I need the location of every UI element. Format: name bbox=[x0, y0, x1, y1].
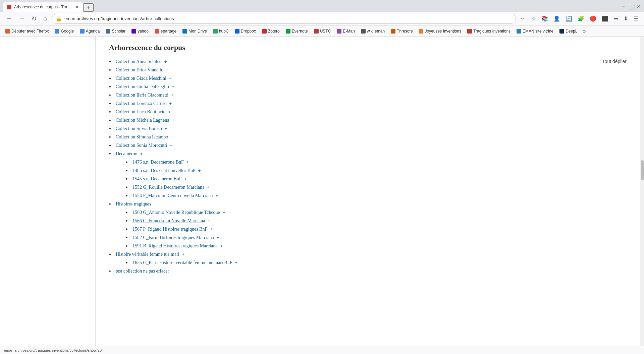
expand-icon[interactable]: + bbox=[235, 260, 237, 265]
addon-button[interactable]: 🧩 bbox=[576, 14, 586, 23]
collection-link[interactable]: 1591 B_Rigaud Histoires tragiques Marcia… bbox=[132, 243, 218, 248]
expand-icon[interactable]: + bbox=[172, 84, 174, 89]
collection-link[interactable]: test collection ne pas effacer bbox=[116, 269, 169, 274]
bookmarks-more-button[interactable]: » bbox=[581, 27, 588, 35]
home-button[interactable]: ⌂ bbox=[41, 14, 49, 23]
collection-link[interactable]: 1560 G_Antonio Novelle République Tchèqu… bbox=[132, 210, 220, 215]
collection-link[interactable]: 1566 C_Francescini Novelle Marciana bbox=[132, 218, 205, 223]
addon2-button[interactable]: 🔴 bbox=[588, 14, 598, 23]
bookmark-google[interactable]: Google bbox=[52, 28, 76, 35]
bookmark-epartage[interactable]: epartage bbox=[152, 28, 179, 35]
addon3-button[interactable]: ⬛ bbox=[600, 14, 610, 23]
bookmark-evernote[interactable]: Evernote bbox=[283, 28, 311, 35]
bookmark-thresors[interactable]: Thresors bbox=[388, 28, 415, 35]
scrollbar-thumb[interactable] bbox=[641, 160, 644, 180]
expand-icon[interactable]: + bbox=[184, 176, 187, 181]
collection-link[interactable]: Histoires tragiques bbox=[116, 201, 151, 206]
collection-link[interactable]: Collection Silvia Boraso bbox=[116, 126, 162, 131]
bookmark-tragiques[interactable]: Tragiques Inventions bbox=[465, 28, 513, 35]
bookmark-scholar[interactable]: Scholar bbox=[103, 28, 128, 35]
bookmark-dropbox[interactable]: Dropbox bbox=[232, 28, 259, 35]
collection-link[interactable]: Collection Giulia Dall'Oglio bbox=[116, 84, 169, 89]
expand-icon[interactable]: + bbox=[217, 235, 219, 240]
expand-icon[interactable]: + bbox=[154, 201, 156, 206]
close-button[interactable]: ✕ bbox=[636, 3, 641, 8]
collection-link[interactable]: 1552 G_Rouille Decameron Marciana bbox=[132, 185, 204, 190]
collection-link[interactable]: Collection Michela Lagnena bbox=[116, 118, 169, 123]
collection-link[interactable]: Collection Luca Bonifacio bbox=[116, 109, 166, 114]
sync-button[interactable]: 🔄 bbox=[564, 14, 574, 23]
bookmark-ustc[interactable]: USTC bbox=[311, 28, 334, 35]
bookmark-wiki[interactable]: wiki eman bbox=[358, 28, 387, 35]
expand-icon[interactable]: + bbox=[165, 126, 167, 131]
bookmark-label: Scholar bbox=[112, 29, 125, 34]
expand-icon[interactable]: + bbox=[170, 143, 172, 148]
bookmark-debuter[interactable]: Débuter avec Firefox bbox=[3, 28, 51, 35]
collection-link[interactable]: 1554 F_Marcolini Cento novella Marciana bbox=[132, 193, 213, 198]
addon4-button[interactable]: ➡ bbox=[612, 14, 620, 23]
expand-icon[interactable]: + bbox=[220, 243, 223, 248]
expand-icon[interactable]: + bbox=[215, 193, 218, 198]
address-bar[interactable]: 🔒 eman-archives.org/tragiques-inventions… bbox=[52, 14, 516, 24]
collection-link[interactable]: 1476 s.n. Decamerone BnF bbox=[132, 160, 184, 165]
collection-link[interactable]: Collection Erica Vianello bbox=[116, 67, 163, 72]
collection-link[interactable]: 1567 P_Rigaud Histoires tragiques BnF bbox=[132, 227, 207, 232]
expand-icon[interactable]: + bbox=[140, 151, 143, 156]
expand-icon[interactable]: + bbox=[166, 67, 169, 72]
expand-icon[interactable]: + bbox=[208, 218, 210, 223]
collection-link[interactable]: 1582 C_Farin Histoires tragiques Marcian… bbox=[132, 235, 214, 240]
active-tab[interactable]: Arborescence du corpus - Tragi... ✕ bbox=[3, 2, 83, 12]
expand-icon[interactable]: + bbox=[223, 210, 225, 215]
expand-icon[interactable]: + bbox=[168, 109, 171, 114]
bookmark-yahoo[interactable]: yahoo bbox=[129, 28, 151, 35]
downloads-button[interactable]: ⬇ bbox=[622, 14, 630, 23]
bookmark-agenda[interactable]: Agenda bbox=[77, 28, 102, 35]
bookmark-mondrive[interactable]: Mon Drive bbox=[180, 28, 210, 35]
expand-icon[interactable]: + bbox=[164, 59, 167, 64]
expand-icon[interactable]: + bbox=[207, 185, 210, 190]
bookmark-eman[interactable]: E-Man bbox=[334, 28, 357, 35]
bookmark-button[interactable]: ☆ bbox=[529, 14, 538, 23]
collection-link[interactable]: Collection Ilaria Giacometti bbox=[116, 93, 168, 98]
maximize-button[interactable]: ⬜ bbox=[629, 3, 634, 8]
minimize-button[interactable]: − bbox=[621, 3, 626, 8]
profile-button[interactable]: 👤 bbox=[551, 14, 562, 23]
bookmark-zotero[interactable]: Zotero bbox=[259, 28, 282, 35]
bookmark-deepl[interactable]: DeepL bbox=[557, 28, 580, 35]
expand-icon[interactable]: + bbox=[169, 101, 172, 106]
tab-close-button[interactable]: ✕ bbox=[75, 4, 79, 10]
tab-bar: Arborescence du corpus - Tragi... ✕ + bbox=[3, 0, 618, 12]
expand-icon[interactable]: + bbox=[182, 252, 185, 257]
collection-link[interactable]: Collection Giada Meschini bbox=[116, 76, 166, 81]
expand-icon[interactable]: + bbox=[210, 227, 213, 232]
menu-button[interactable]: ☰ bbox=[631, 14, 640, 23]
expand-icon[interactable]: + bbox=[169, 76, 172, 81]
expand-icon[interactable]: + bbox=[172, 269, 174, 274]
bookmark-favicon bbox=[314, 29, 319, 34]
collection-link[interactable]: Collection Sonia Morocutti bbox=[116, 143, 167, 148]
forward-button[interactable]: → bbox=[17, 14, 27, 23]
expand-icon[interactable]: + bbox=[186, 160, 189, 165]
bookmark-favicon bbox=[286, 29, 290, 34]
collection-link[interactable]: Collection Lorenzo Caruso bbox=[116, 101, 167, 106]
collection-link[interactable]: Collection Anna Schileo bbox=[116, 59, 162, 64]
collection-link[interactable]: Decaméron bbox=[116, 151, 138, 156]
extensions-button[interactable]: ⋯ bbox=[519, 14, 528, 23]
expand-icon[interactable]: + bbox=[172, 118, 174, 123]
collection-link[interactable]: Collection Simona Iacampo bbox=[116, 134, 168, 139]
new-tab-button[interactable]: + bbox=[83, 3, 94, 12]
collection-link[interactable]: 1625 G_Paris Histoire veritable femme tu… bbox=[132, 260, 232, 265]
expand-icon[interactable]: + bbox=[171, 93, 174, 98]
back-button[interactable]: ← bbox=[4, 14, 14, 23]
collection-link[interactable]: 1485 s.n. Des cent nouvelles BnF bbox=[132, 168, 196, 173]
collection-link[interactable]: Histoire véritable femme tue mari bbox=[116, 252, 179, 257]
scrollbar[interactable] bbox=[640, 37, 644, 346]
bookmark-joyeuses[interactable]: Joyeuses Inventions bbox=[416, 28, 464, 35]
expand-icon[interactable]: + bbox=[198, 168, 201, 173]
sidebar-toggle[interactable]: 📚 bbox=[539, 14, 550, 23]
collection-link[interactable]: 1545 s.n. Decaméron BnF bbox=[132, 176, 182, 181]
bookmark-eman-site[interactable]: EMAN site vitrine bbox=[514, 28, 556, 35]
expand-icon[interactable]: + bbox=[171, 134, 173, 139]
bookmark-hubc[interactable]: hubC bbox=[210, 28, 231, 35]
reload-button[interactable]: ↻ bbox=[30, 14, 39, 24]
